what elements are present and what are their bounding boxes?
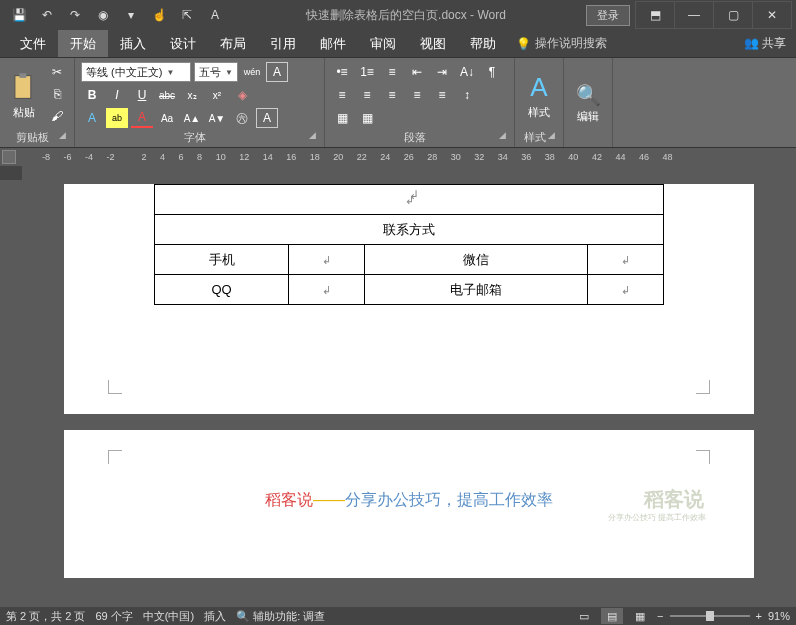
clear-formatting-button[interactable]: ◈ [231, 85, 253, 105]
web-layout-icon[interactable]: ▦ [629, 608, 651, 624]
qat-customize-icon[interactable]: ▾ [120, 4, 142, 26]
font-size-combo[interactable]: 五号▼ [194, 62, 238, 82]
change-case-button[interactable]: Aa [156, 108, 178, 128]
decrease-indent-button[interactable]: ⇤ [406, 62, 428, 82]
highlight-button[interactable]: ab [106, 108, 128, 128]
save-icon[interactable]: 💾 [8, 4, 30, 26]
editing-button[interactable]: 🔍 编辑 [570, 62, 606, 144]
multilevel-list-button[interactable]: ≡ [381, 62, 403, 82]
minimize-icon[interactable]: — [674, 1, 714, 29]
paste-button[interactable]: 粘贴 [6, 62, 42, 129]
tab-mailings[interactable]: 邮件 [308, 30, 358, 57]
text-effects-button[interactable]: A [81, 108, 103, 128]
tab-references[interactable]: 引用 [258, 30, 308, 57]
align-justify-button[interactable]: ≡ [406, 85, 428, 105]
tab-view[interactable]: 视图 [408, 30, 458, 57]
cell-email-label[interactable]: 电子邮箱 [364, 275, 588, 305]
cell-phone-label[interactable]: 手机 [155, 245, 289, 275]
cell-wechat-label[interactable]: 微信 [364, 245, 588, 275]
undo-icon[interactable]: ↶ [36, 4, 58, 26]
sort-button[interactable]: A↓ [456, 62, 478, 82]
vertical-ruler[interactable] [0, 180, 22, 607]
ruler-tick: 10 [216, 152, 226, 162]
borders-button[interactable]: ▦ [356, 108, 378, 128]
tab-design[interactable]: 设计 [158, 30, 208, 57]
maximize-icon[interactable]: ▢ [713, 1, 753, 29]
tell-me-search[interactable]: 💡 操作说明搜索 [516, 30, 607, 57]
read-mode-icon[interactable]: ▭ [573, 608, 595, 624]
distribute-button[interactable]: ≡ [431, 85, 453, 105]
ribbon-display-icon[interactable]: ⬒ [635, 1, 675, 29]
horizontal-ruler[interactable]: -8-6-4-224681012141618202224262830323436… [0, 148, 796, 166]
zoom-level[interactable]: 91% [768, 610, 790, 622]
login-button[interactable]: 登录 [586, 5, 630, 26]
document-area[interactable]: ↲ ↲ 联系方式 手机 ↲ 微信 ↲ QQ ↲ 电子邮箱 ↲ 稻客说——分享办公… [22, 166, 796, 607]
styles-launcher-icon[interactable]: ◢ [548, 130, 555, 140]
paragraph-launcher-icon[interactable]: ◢ [499, 130, 506, 140]
format-painter-button[interactable]: 🖌 [46, 106, 68, 126]
bullets-button[interactable]: •≡ [331, 62, 353, 82]
subscript-button[interactable]: x₂ [181, 85, 203, 105]
align-left-button[interactable]: ≡ [331, 85, 353, 105]
cell-wechat-value[interactable]: ↲ [588, 245, 664, 275]
phonetic-guide-button[interactable]: wén [241, 62, 263, 82]
shading-button[interactable]: ▦ [331, 108, 353, 128]
contact-table[interactable]: ↲ 联系方式 手机 ↲ 微信 ↲ QQ ↲ 电子邮箱 ↲ [154, 184, 664, 305]
record-icon[interactable]: ◉ [92, 4, 114, 26]
margin-corner-icon [108, 380, 122, 394]
tab-layout[interactable]: 布局 [208, 30, 258, 57]
selection-icon[interactable]: ⇱ [176, 4, 198, 26]
enclosed-char-button[interactable]: ㊅ [231, 108, 253, 128]
status-page[interactable]: 第 2 页，共 2 页 [6, 609, 85, 624]
status-bar: 第 2 页，共 2 页 69 个字 中文(中国) 插入 🔍 辅助功能: 调查 ▭… [0, 607, 796, 625]
superscript-button[interactable]: x² [206, 85, 228, 105]
align-right-button[interactable]: ≡ [381, 85, 403, 105]
character-shading-button[interactable]: A [256, 108, 278, 128]
bold-button[interactable]: B [81, 85, 103, 105]
cell-qq-value[interactable]: ↲ [289, 275, 365, 305]
styles-button[interactable]: A 样式 [521, 62, 557, 129]
zoom-slider[interactable] [670, 615, 750, 617]
font-icon[interactable]: A [204, 4, 226, 26]
shrink-font-button[interactable]: A▼ [206, 108, 228, 128]
strikethrough-button[interactable]: abc [156, 85, 178, 105]
print-layout-icon[interactable]: ▤ [601, 608, 623, 624]
redo-icon[interactable]: ↷ [64, 4, 86, 26]
share-button[interactable]: 👥 共享 [744, 35, 786, 52]
tab-insert[interactable]: 插入 [108, 30, 158, 57]
character-border-button[interactable]: A [266, 62, 288, 82]
tab-help[interactable]: 帮助 [458, 30, 508, 57]
ruler-tick: 38 [545, 152, 555, 162]
tab-home[interactable]: 开始 [58, 30, 108, 57]
show-marks-button[interactable]: ¶ [481, 62, 503, 82]
numbering-button[interactable]: 1≡ [356, 62, 378, 82]
copy-button[interactable]: ⎘ [46, 84, 68, 104]
status-accessibility[interactable]: 🔍 辅助功能: 调查 [236, 609, 325, 624]
ruler-tick: 26 [404, 152, 414, 162]
align-center-button[interactable]: ≡ [356, 85, 378, 105]
clipboard-launcher-icon[interactable]: ◢ [59, 130, 66, 140]
cut-button[interactable]: ✂ [46, 62, 68, 82]
close-icon[interactable]: ✕ [752, 1, 792, 29]
status-language[interactable]: 中文(中国) [143, 609, 194, 624]
tab-selector-icon[interactable] [2, 150, 16, 164]
increase-indent-button[interactable]: ⇥ [431, 62, 453, 82]
font-name-combo[interactable]: 等线 (中文正文)▼ [81, 62, 191, 82]
cell-qq-label[interactable]: QQ [155, 275, 289, 305]
cell-phone-value[interactable]: ↲ [289, 245, 365, 275]
grow-font-button[interactable]: A▲ [181, 108, 203, 128]
tab-review[interactable]: 审阅 [358, 30, 408, 57]
underline-button[interactable]: U [131, 85, 153, 105]
touch-mode-icon[interactable]: ☝ [148, 4, 170, 26]
italic-button[interactable]: I [106, 85, 128, 105]
zoom-out-button[interactable]: − [657, 610, 663, 622]
status-word-count[interactable]: 69 个字 [95, 609, 132, 624]
table-header[interactable]: 联系方式 [155, 215, 664, 245]
cell-email-value[interactable]: ↲ [588, 275, 664, 305]
font-color-button[interactable]: A [131, 108, 153, 128]
tab-file[interactable]: 文件 [8, 30, 58, 57]
line-spacing-button[interactable]: ↕ [456, 85, 478, 105]
status-insert-mode[interactable]: 插入 [204, 609, 226, 624]
font-launcher-icon[interactable]: ◢ [309, 130, 316, 140]
zoom-in-button[interactable]: + [756, 610, 762, 622]
